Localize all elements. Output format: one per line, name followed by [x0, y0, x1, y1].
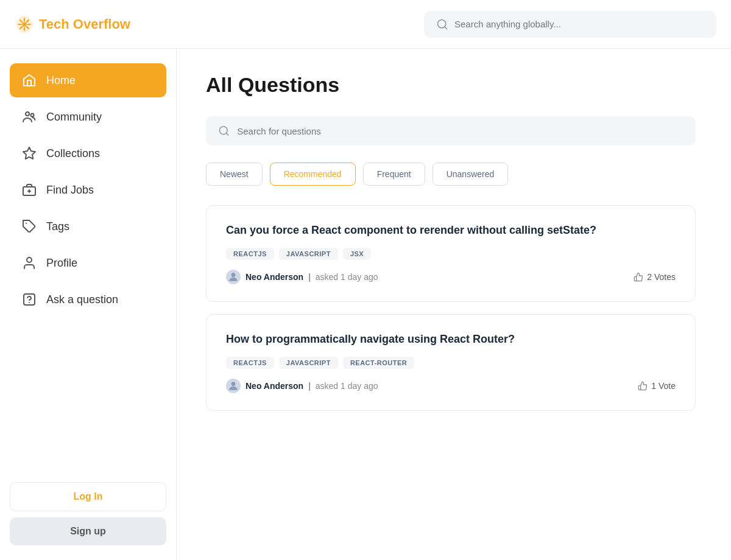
- sidebar-item-find-jobs[interactable]: Find Jobs: [10, 173, 166, 207]
- svg-point-12: [26, 112, 29, 116]
- question-tags: REACTJS JAVASCRIPT JSX: [226, 248, 676, 260]
- separator: |: [308, 381, 311, 391]
- question-card: How to programmatically navigate using R…: [206, 314, 696, 411]
- svg-point-19: [27, 257, 32, 262]
- separator: |: [308, 272, 311, 282]
- question-meta: Neo Anderson | asked 1 day ago 2 Votes: [226, 270, 676, 284]
- question-title[interactable]: How to programmatically navigate using R…: [226, 332, 676, 347]
- community-icon: [22, 110, 37, 124]
- question-meta: Neo Anderson | asked 1 day ago 1 Vote: [226, 379, 676, 393]
- svg-marker-14: [23, 147, 35, 159]
- header: Tech Overflow: [0, 0, 731, 49]
- filter-tab-recommended[interactable]: Recommended: [270, 163, 356, 186]
- global-search-input[interactable]: [454, 19, 704, 29]
- svg-point-9: [23, 22, 27, 26]
- author-avatar: [226, 270, 241, 284]
- sidebar-item-profile[interactable]: Profile: [10, 246, 166, 280]
- tag-reactjs: REACTJS: [226, 248, 274, 260]
- tag-jsx: JSX: [343, 248, 371, 260]
- question-author: Neo Anderson | asked 1 day ago: [226, 270, 378, 284]
- collections-icon: [22, 146, 37, 161]
- sidebar: Home Community Collections Fi: [0, 49, 177, 447]
- sidebar-item-ask-label: Ask a question: [46, 293, 118, 306]
- sidebar-item-profile-label: Profile: [46, 257, 77, 270]
- sidebar-item-find-jobs-label: Find Jobs: [46, 184, 94, 197]
- sidebar-item-tags[interactable]: Tags: [10, 209, 166, 243]
- profile-icon: [22, 256, 37, 270]
- thumbs-up-icon: [638, 381, 648, 391]
- global-search-container[interactable]: [424, 11, 716, 38]
- questions-search-icon: [218, 125, 230, 137]
- logo[interactable]: Tech Overflow: [15, 15, 130, 34]
- tag-javascript: JAVASCRIPT: [279, 357, 338, 369]
- sidebar-item-community-label: Community: [46, 111, 102, 124]
- vote-count: 2 Votes: [647, 272, 676, 282]
- author-name: Neo Anderson: [245, 272, 303, 282]
- tags-icon: [22, 219, 37, 234]
- svg-line-11: [445, 26, 447, 29]
- filter-tab-newest[interactable]: Newest: [206, 163, 263, 186]
- question-title[interactable]: Can you force a React component to reren…: [226, 223, 676, 238]
- tag-reactjs: REACTJS: [226, 357, 274, 369]
- layout: Home Community Collections Fi: [0, 49, 731, 447]
- main-content: All Questions Newest Recommended Frequen…: [177, 49, 725, 447]
- questions-search-container[interactable]: [206, 116, 696, 145]
- tag-react-router: REACT-ROUTER: [343, 357, 414, 369]
- question-tags: REACTJS JAVASCRIPT REACT-ROUTER: [226, 357, 676, 369]
- filter-tab-unanswered[interactable]: Unanswered: [433, 163, 509, 186]
- sidebar-item-ask[interactable]: Ask a question: [10, 282, 166, 317]
- filter-tab-frequent[interactable]: Frequent: [363, 163, 425, 186]
- svg-point-13: [31, 114, 34, 117]
- logo-text: Tech Overflow: [39, 16, 130, 32]
- svg-point-24: [231, 273, 236, 278]
- vote-info: 2 Votes: [634, 272, 676, 282]
- sidebar-item-tags-label: Tags: [46, 220, 69, 233]
- sidebar-item-collections-label: Collections: [46, 147, 100, 160]
- global-search-icon: [436, 18, 448, 30]
- logo-icon: [15, 15, 34, 34]
- svg-point-25: [231, 382, 236, 387]
- vote-count: 1 Vote: [651, 381, 676, 391]
- asked-time: asked 1 day ago: [316, 272, 378, 282]
- vote-info: 1 Vote: [638, 381, 676, 391]
- sidebar-item-home[interactable]: Home: [10, 63, 166, 97]
- thumbs-up-icon: [634, 272, 643, 282]
- filter-tabs: Newest Recommended Frequent Unanswered: [206, 163, 696, 186]
- svg-line-23: [226, 133, 228, 135]
- tag-javascript: JAVASCRIPT: [279, 248, 338, 260]
- sidebar-item-home-label: Home: [46, 74, 76, 87]
- asked-time: asked 1 day ago: [316, 381, 378, 391]
- question-card: Can you force a React component to reren…: [206, 205, 696, 302]
- ask-icon: [22, 292, 37, 307]
- questions-search-input[interactable]: [237, 126, 683, 136]
- author-name: Neo Anderson: [245, 381, 303, 391]
- page-title: All Questions: [206, 73, 696, 97]
- question-author: Neo Anderson | asked 1 day ago: [226, 379, 378, 393]
- home-icon: [22, 73, 37, 88]
- author-avatar: [226, 379, 241, 393]
- jobs-icon: [22, 183, 37, 197]
- sidebar-item-community[interactable]: Community: [10, 100, 166, 134]
- sidebar-item-collections[interactable]: Collections: [10, 136, 166, 170]
